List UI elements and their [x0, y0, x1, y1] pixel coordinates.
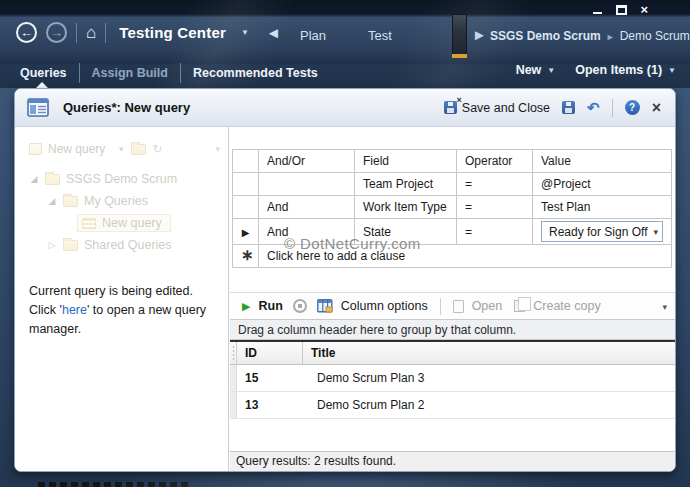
subnav-item-assign-build[interactable]: Assign Build: [92, 66, 168, 80]
clipped-text-fragment: [38, 482, 188, 487]
new-query-icon: [29, 143, 42, 155]
toolbar-divider: [440, 298, 441, 315]
subnav-item-queries[interactable]: Queries: [20, 66, 67, 80]
query-tree-sidebar: New query ▼ ↻ ▾ ◢ SSGS Demo Scrum: [15, 127, 229, 471]
subnav-divider: [180, 63, 181, 83]
help-icon[interactable]: ?: [625, 100, 640, 115]
new-query-toolbar-button: New query: [48, 142, 105, 156]
result-row[interactable]: 13 Demo Scrum Plan 2: [230, 392, 675, 419]
create-copy-icon: [514, 300, 525, 312]
expanded-icon: ◢: [47, 196, 57, 206]
center-menu-caret-icon[interactable]: ▼: [241, 28, 249, 37]
value-combobox[interactable]: Ready for Sign Off ▾: [541, 221, 663, 242]
add-clause-row: ∗ Click here to add a clause: [233, 245, 672, 268]
operator-cell[interactable]: =: [457, 219, 533, 245]
nav-splitter-handle[interactable]: [452, 14, 467, 58]
value-cell[interactable]: @Project: [533, 173, 672, 196]
page-title: Queries*: New query: [63, 100, 190, 115]
chevron-left-icon: ◄: [266, 24, 281, 41]
result-title: Demo Scrum Plan 2: [303, 398, 675, 412]
andor-cell[interactable]: And: [259, 219, 355, 245]
open-button: Open: [472, 299, 503, 313]
save-and-close-button[interactable]: × Save and Close: [444, 101, 550, 115]
close-panel-icon[interactable]: ×: [652, 101, 661, 115]
activity-center-title[interactable]: Testing Center: [119, 24, 226, 41]
result-row[interactable]: 15 Demo Scrum Plan 3: [230, 365, 675, 392]
column-options-button[interactable]: Column options: [341, 299, 428, 313]
current-row-icon[interactable]: ▶: [233, 219, 259, 245]
query-list-icon: [82, 218, 96, 229]
minimize-button-icon[interactable]: [592, 5, 603, 15]
queries-panel: Queries*: New query × Save and Close ↶ ?…: [14, 88, 676, 472]
create-copy-button: Create copy: [533, 299, 600, 313]
clause-row-current: ▶ And State = Ready for Sign Off ▾: [233, 219, 672, 245]
save-icon[interactable]: [562, 101, 575, 114]
operator-cell[interactable]: =: [457, 173, 533, 196]
results-header-row: ID Title: [230, 342, 675, 365]
value-cell[interactable]: Test Plan: [533, 196, 672, 219]
tree-item-my-queries: ◢ My Queries: [15, 190, 228, 212]
col-field[interactable]: Field: [355, 150, 457, 173]
window-close-icon[interactable]: ×: [640, 5, 648, 15]
andor-cell[interactable]: And: [259, 196, 355, 219]
col-header-title[interactable]: Title: [303, 346, 675, 360]
query-editor-panel: And/Or Field Operator Value Team Project…: [230, 127, 675, 471]
open-items-menu[interactable]: Open Items (1) ▼: [575, 63, 676, 77]
query-document-icon: [27, 98, 51, 118]
row-selector[interactable]: [233, 173, 259, 196]
value-combo-cell: Ready for Sign Off ▾: [533, 219, 672, 245]
clause-grid: And/Or Field Operator Value Team Project…: [232, 149, 669, 268]
collapsed-icon: ▷: [47, 240, 57, 250]
home-icon[interactable]: ⌂: [86, 23, 96, 43]
sub-navigation: Queries Assign Build Recommended Tests N…: [0, 56, 690, 88]
col-value[interactable]: Value: [533, 150, 672, 173]
drag-handle-icon[interactable]: [230, 342, 237, 364]
chevron-right-icon: ►: [472, 26, 487, 43]
toolbar-overflow-caret-icon[interactable]: ▾: [662, 302, 667, 312]
col-operator[interactable]: Operator: [457, 150, 533, 173]
forward-icon[interactable]: →: [46, 22, 67, 43]
result-title: Demo Scrum Plan 3: [303, 371, 675, 385]
panel-body: New query ▼ ↻ ▾ ◢ SSGS Demo Scrum: [15, 127, 675, 471]
row-selector-header: [233, 150, 259, 173]
field-cell[interactable]: Team Project: [355, 173, 457, 196]
expanded-icon: ◢: [29, 174, 39, 184]
subnav-item-recommended-tests[interactable]: Recommended Tests: [193, 66, 318, 80]
nav-divider: [76, 23, 77, 43]
new-row-icon: ∗: [233, 245, 259, 268]
operator-cell[interactable]: =: [457, 196, 533, 219]
new-menu[interactable]: New ▼: [516, 63, 556, 77]
row-selector[interactable]: [233, 196, 259, 219]
clause-row: Team Project = @Project: [233, 173, 672, 196]
field-cell[interactable]: State: [355, 219, 457, 245]
andor-cell[interactable]: [259, 173, 355, 196]
col-header-id[interactable]: ID: [237, 342, 303, 364]
clause-row: And Work Item Type = Test Plan: [233, 196, 672, 219]
column-options-icon: [317, 299, 333, 313]
undo-icon[interactable]: ↶: [587, 101, 600, 115]
breadcrumb-plan[interactable]: Demo Scrum Plan 2: [620, 29, 690, 43]
new-menu-caret-icon: ▼: [547, 66, 555, 75]
field-cell[interactable]: Work Item Type: [355, 196, 457, 219]
combo-caret-icon[interactable]: ▾: [653, 227, 658, 237]
group-by-band: Drag a column header here to group by th…: [230, 319, 675, 340]
add-clause-cell[interactable]: Click here to add a clause: [259, 245, 672, 268]
breadcrumb-project[interactable]: SSGS Demo Scrum: [490, 29, 601, 43]
run-play-icon[interactable]: ▶: [242, 300, 250, 313]
row-handle: [230, 392, 237, 418]
new-query-caret-icon: ▼: [117, 145, 125, 154]
col-andor[interactable]: And/Or: [259, 150, 355, 173]
new-folder-icon: [131, 144, 146, 155]
back-icon[interactable]: ←: [16, 22, 37, 43]
tab-plan[interactable]: Plan: [300, 28, 326, 43]
header-divider: [612, 99, 613, 117]
maximize-button-icon[interactable]: [616, 5, 627, 15]
query-tree: ◢ SSGS Demo Scrum ◢ My Queries: [15, 168, 228, 256]
tab-test[interactable]: Test: [368, 28, 392, 43]
here-link[interactable]: here: [62, 303, 87, 317]
run-button[interactable]: Run: [258, 299, 282, 313]
open-icon: [453, 300, 464, 313]
refresh-icon: ↻: [152, 142, 162, 156]
status-bar: Query results: 2 results found.: [230, 451, 675, 471]
window-controls: ×: [592, 5, 648, 15]
